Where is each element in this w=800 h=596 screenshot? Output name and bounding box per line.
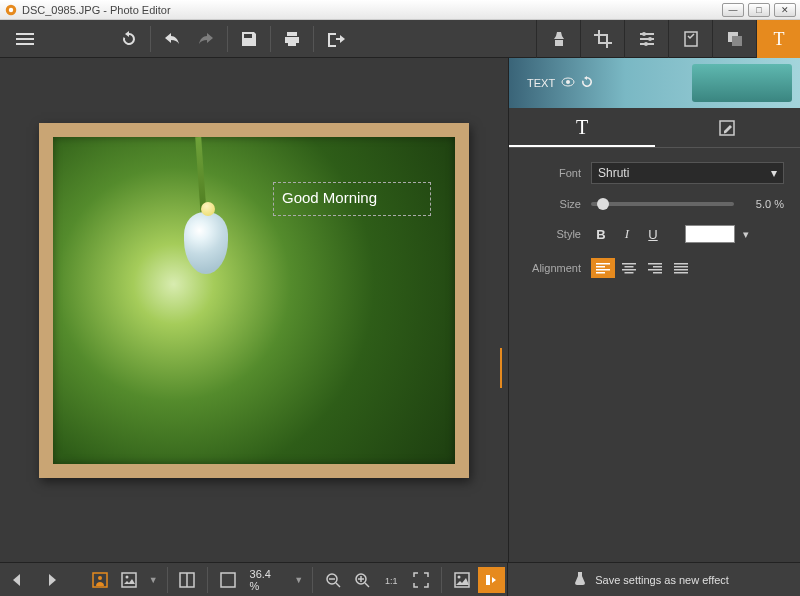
svg-rect-23 bbox=[622, 263, 636, 265]
toolbar-divider bbox=[441, 567, 442, 593]
chevron-down-icon: ▾ bbox=[771, 166, 777, 180]
svg-rect-20 bbox=[596, 266, 605, 268]
align-right-button[interactable] bbox=[643, 258, 667, 278]
flask-icon bbox=[573, 571, 587, 589]
svg-point-51 bbox=[457, 575, 460, 578]
eye-icon[interactable] bbox=[561, 77, 575, 89]
zoom-in-button[interactable] bbox=[349, 567, 377, 593]
toolbar-divider bbox=[270, 26, 271, 52]
align-center-button[interactable] bbox=[617, 258, 641, 278]
save-effect-label: Save settings as new effect bbox=[595, 574, 729, 586]
alignment-label: Alignment bbox=[525, 262, 581, 274]
svg-rect-26 bbox=[625, 272, 634, 274]
tab-presets[interactable] bbox=[668, 20, 712, 58]
prev-image-button[interactable] bbox=[6, 567, 34, 593]
chevron-down-icon[interactable]: ▾ bbox=[741, 228, 751, 241]
svg-rect-28 bbox=[653, 266, 662, 268]
tab-adjust[interactable] bbox=[624, 20, 668, 58]
svg-point-9 bbox=[648, 37, 652, 41]
svg-point-38 bbox=[125, 575, 128, 578]
photo[interactable]: Good Morning bbox=[53, 137, 455, 464]
slider-thumb[interactable] bbox=[597, 198, 609, 210]
sidepanel: TEXT T Font Shruti ▾ S bbox=[508, 58, 800, 562]
mode-portrait-button[interactable] bbox=[87, 567, 115, 593]
thumbnail-button[interactable] bbox=[448, 567, 476, 593]
canvas-area[interactable]: Good Morning bbox=[0, 58, 508, 562]
svg-rect-29 bbox=[648, 269, 662, 271]
svg-rect-25 bbox=[622, 269, 636, 271]
minimize-button[interactable]: — bbox=[722, 3, 744, 17]
size-slider[interactable] bbox=[591, 202, 734, 206]
svg-rect-33 bbox=[674, 269, 688, 271]
svg-rect-11 bbox=[685, 32, 697, 46]
svg-rect-24 bbox=[625, 266, 634, 268]
redo-button[interactable] bbox=[189, 20, 223, 58]
tab-crop[interactable] bbox=[580, 20, 624, 58]
chevron-down-icon[interactable]: ▼ bbox=[291, 575, 306, 585]
underline-button[interactable]: U bbox=[643, 224, 663, 244]
panel-tab-edit[interactable] bbox=[655, 108, 801, 147]
svg-rect-41 bbox=[221, 573, 235, 587]
zoom-out-button[interactable] bbox=[319, 567, 347, 593]
maximize-button[interactable]: □ bbox=[748, 3, 770, 17]
svg-rect-27 bbox=[648, 263, 662, 265]
svg-text:T: T bbox=[773, 29, 784, 49]
tab-layers[interactable] bbox=[712, 20, 756, 58]
banner-image bbox=[692, 64, 792, 102]
toolbar-divider bbox=[312, 567, 313, 593]
save-button[interactable] bbox=[232, 20, 266, 58]
toolbar-divider bbox=[313, 26, 314, 52]
svg-rect-4 bbox=[16, 43, 34, 45]
svg-point-16 bbox=[566, 80, 570, 84]
print-button[interactable] bbox=[275, 20, 309, 58]
panel-tabs: T bbox=[509, 108, 800, 148]
reset-icon[interactable] bbox=[581, 76, 593, 90]
toolbar-divider bbox=[150, 26, 151, 52]
text-color-swatch[interactable] bbox=[685, 225, 735, 243]
panel-tab-text[interactable]: T bbox=[509, 108, 655, 147]
fit-screen-button[interactable] bbox=[214, 567, 242, 593]
zoom-fit-button[interactable] bbox=[408, 567, 436, 593]
chevron-down-icon[interactable]: ▼ bbox=[146, 575, 161, 585]
svg-text:1:1: 1:1 bbox=[385, 576, 398, 586]
close-button[interactable]: ✕ bbox=[774, 3, 796, 17]
toolbar-divider bbox=[207, 567, 208, 593]
svg-rect-13 bbox=[732, 36, 742, 46]
next-image-button[interactable] bbox=[36, 567, 64, 593]
italic-button[interactable]: I bbox=[617, 224, 637, 244]
toolbar-divider bbox=[227, 26, 228, 52]
zoom-value: 36.4 % bbox=[244, 568, 290, 592]
mode-compare-button[interactable] bbox=[116, 567, 144, 593]
menu-button[interactable] bbox=[8, 20, 42, 58]
bottombar: ▼ 36.4 % ▼ 1:1 Save settings as new effe… bbox=[0, 562, 800, 596]
zoom-100-button[interactable]: 1:1 bbox=[378, 567, 406, 593]
undo-button[interactable] bbox=[155, 20, 189, 58]
panel-banner-label: TEXT bbox=[527, 77, 555, 89]
titlebar: DSC_0985.JPG - Photo Editor — □ ✕ bbox=[0, 0, 800, 20]
svg-line-46 bbox=[365, 583, 369, 587]
tab-text[interactable]: T bbox=[756, 20, 800, 58]
export-button[interactable] bbox=[318, 20, 352, 58]
svg-rect-22 bbox=[596, 272, 605, 274]
tab-effects[interactable] bbox=[536, 20, 580, 58]
svg-rect-37 bbox=[122, 573, 136, 587]
svg-rect-19 bbox=[596, 263, 610, 265]
align-left-button[interactable] bbox=[591, 258, 615, 278]
undo-full-button[interactable] bbox=[112, 20, 146, 58]
align-justify-button[interactable] bbox=[669, 258, 693, 278]
save-effect-button[interactable]: Save settings as new effect bbox=[507, 563, 794, 597]
toggle-panel-button[interactable] bbox=[478, 567, 506, 593]
svg-point-36 bbox=[98, 576, 102, 580]
font-select[interactable]: Shruti ▾ bbox=[591, 162, 784, 184]
bold-button[interactable]: B bbox=[591, 224, 611, 244]
toolbar-divider bbox=[167, 567, 168, 593]
photo-frame: Good Morning bbox=[39, 123, 469, 478]
window-controls: — □ ✕ bbox=[722, 3, 796, 17]
font-label: Font bbox=[525, 167, 581, 179]
svg-rect-31 bbox=[674, 263, 688, 265]
svg-rect-21 bbox=[596, 269, 610, 271]
text-overlay[interactable]: Good Morning bbox=[273, 182, 431, 216]
split-view-button[interactable] bbox=[174, 567, 202, 593]
font-value: Shruti bbox=[598, 166, 629, 180]
panel-expand-handle[interactable] bbox=[500, 348, 508, 388]
